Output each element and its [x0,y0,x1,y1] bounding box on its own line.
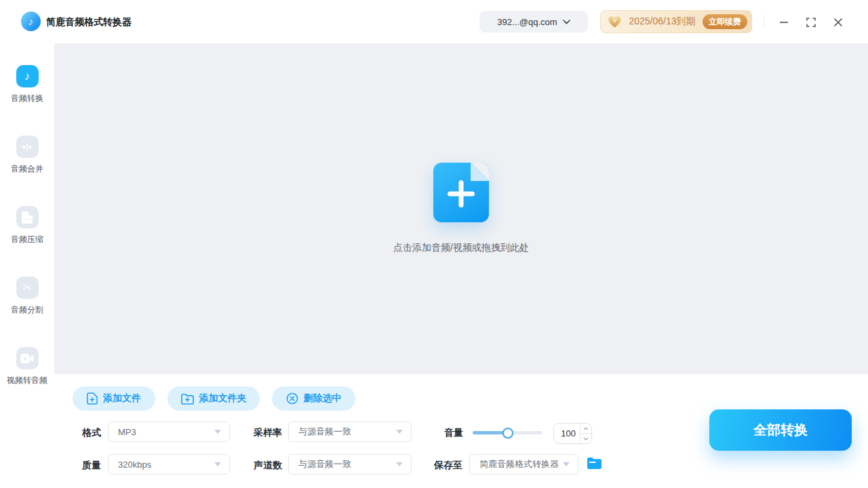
sidebar-item-label: 音频合并 [0,163,54,175]
volume-label: 音量 [444,427,463,439]
channels-value: 与源音频一致 [298,458,392,470]
chevron-down-icon [563,20,570,24]
delete-selected-button[interactable]: 删除选中 [272,386,355,411]
volume-slider-handle[interactable] [502,428,513,439]
volume-slider[interactable] [473,431,542,434]
minimize-icon [779,18,789,27]
minimize-button[interactable] [775,14,793,31]
format-label: 格式 [82,427,101,439]
volume-increment-button[interactable] [580,424,591,434]
close-button[interactable] [829,14,847,31]
fullscreen-icon [806,18,816,27]
folder-icon [587,458,601,469]
close-icon [833,18,843,27]
dropzone-hint: 点击添加音频/视频或拖拽到此处 [326,242,597,254]
caret-down-icon [214,430,221,434]
folder-plus-icon [181,393,194,405]
compress-file-icon [16,206,39,228]
vip-expiry-date: 2025/06/13到期 [622,16,703,28]
volume-spinner: 100 [553,423,592,444]
add-folder-label: 添加文件夹 [199,392,247,405]
sidebar-item-label: 视频转音频 [0,375,54,386]
caret-down-icon [583,437,589,441]
sample-rate-dropdown[interactable]: 与源音频一致 [288,422,412,442]
volume-decrement-button[interactable] [580,434,591,443]
channels-label: 声道数 [254,460,282,472]
volume-input[interactable]: 100 [554,424,580,443]
sidebar-item-video-to-audio[interactable]: 视频转音频 [0,347,54,386]
sidebar-item-audio-convert[interactable]: ♪ 音频转换 [0,65,54,104]
maximize-button[interactable] [802,14,820,31]
file-plus-icon [87,392,98,405]
sidebar-item-audio-merge[interactable]: 音频合并 [0,136,54,175]
account-dropdown[interactable]: 392...@qq.com [479,11,588,33]
save-to-label: 保存至 [434,460,462,472]
scissors-icon: ✂ [16,277,39,299]
caret-down-icon [214,462,221,466]
title-bar: ♪ 简鹿音频格式转换器 392...@qq.com V 2025/06/13到期… [0,0,868,43]
caret-down-icon [396,462,403,466]
sidebar-item-label: 音频分割 [0,304,54,316]
file-list-panel: 点击添加音频/视频或拖拽到此处 [54,43,868,374]
quality-dropdown[interactable]: 320kbps [108,454,230,474]
renew-button[interactable]: 立即续费 [703,14,747,29]
sidebar-item-label: 音频压缩 [0,234,54,245]
sample-rate-label: 采样率 [254,427,282,439]
svg-text:V: V [613,17,617,23]
sidebar-item-audio-compress[interactable]: 音频压缩 [0,206,54,245]
caret-up-icon [583,427,589,430]
format-dropdown[interactable]: MP3 [108,422,230,442]
format-value: MP3 [118,427,210,437]
add-folder-button[interactable]: 添加文件夹 [167,386,260,411]
add-file-button[interactable]: 添加文件 [73,386,155,411]
add-file-label: 添加文件 [103,392,141,405]
save-to-value: 简鹿音频格式转换器 [479,458,559,470]
convert-all-button[interactable]: 全部转换 [709,409,852,451]
app-title: 简鹿音频格式转换器 [46,16,132,28]
save-to-dropdown[interactable]: 简鹿音频格式转换器 [469,454,578,474]
window-controls-divider [764,15,764,28]
vip-heart-icon: V [608,16,622,28]
open-folder-button[interactable] [587,458,601,470]
add-file-plus-icon [433,163,489,222]
caret-down-icon [563,462,570,466]
sidebar-item-label: 音频转换 [0,93,54,104]
vip-status-badge: V 2025/06/13到期 立即续费 [600,10,752,33]
circle-x-icon [286,392,298,405]
merge-icon [16,136,39,158]
quality-value: 320kbps [118,460,210,470]
app-window: ♪ 简鹿音频格式转换器 392...@qq.com V 2025/06/13到期… [0,0,868,488]
channels-dropdown[interactable]: 与源音频一致 [288,454,412,474]
app-logo-icon: ♪ [21,12,41,31]
video-camera-icon [16,347,39,369]
music-note-icon: ♪ [16,65,39,87]
sidebar: ♪ 音频转换 音频合并 [0,43,54,488]
quality-label: 质量 [82,460,101,472]
caret-down-icon [396,430,403,434]
sample-rate-value: 与源音频一致 [298,426,392,438]
dropzone[interactable]: 点击添加音频/视频或拖拽到此处 [326,163,597,254]
sidebar-item-audio-split[interactable]: ✂ 音频分割 [0,277,54,316]
delete-selected-label: 删除选中 [304,392,342,405]
account-email: 392...@qq.com [497,17,557,27]
